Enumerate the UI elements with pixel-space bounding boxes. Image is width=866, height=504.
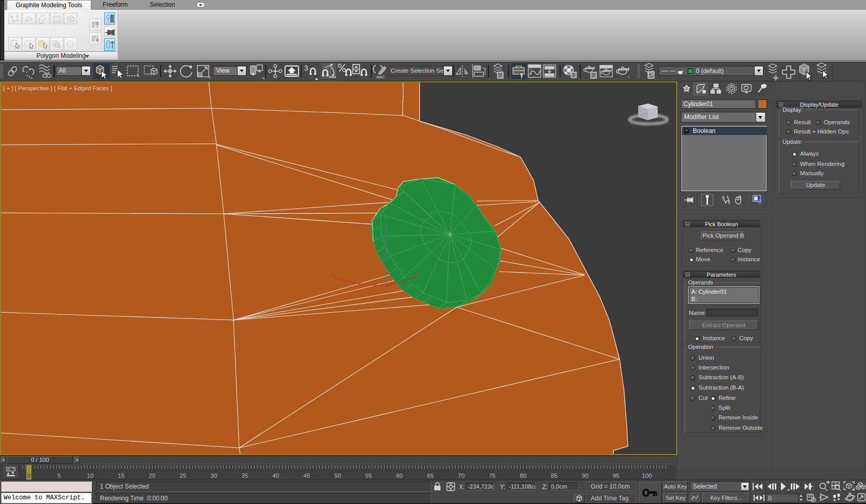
- svg-text:3: 3: [304, 64, 308, 72]
- svg-text:z: z: [385, 214, 387, 220]
- svg-text:LEFT: LEFT: [640, 113, 648, 116]
- svg-text:70: 70: [458, 473, 465, 479]
- svg-text:45: 45: [304, 473, 310, 479]
- svg-text:80: 80: [520, 473, 527, 479]
- svg-text:50: 50: [335, 473, 341, 479]
- svg-text:25: 25: [180, 473, 187, 479]
- svg-text:55: 55: [365, 473, 372, 479]
- svg-text:60: 60: [396, 473, 403, 479]
- svg-text:100: 100: [642, 473, 652, 479]
- svg-text:0: 0: [27, 473, 30, 479]
- svg-text:75: 75: [489, 473, 496, 479]
- svg-text:90: 90: [582, 473, 589, 479]
- svg-text:95: 95: [613, 473, 620, 479]
- svg-text:65: 65: [427, 473, 434, 479]
- svg-text:[ + ] [ Perspective ] [ Flat +: [ + ] [ Perspective ] [ Flat + Edged Fac…: [3, 85, 112, 91]
- svg-text:40: 40: [273, 473, 279, 479]
- svg-text:ABC: ABC: [376, 75, 385, 79]
- svg-text:30: 30: [211, 473, 218, 479]
- svg-text:15: 15: [118, 473, 125, 479]
- svg-text:20: 20: [149, 473, 156, 479]
- svg-text:35: 35: [242, 473, 248, 479]
- svg-text:10: 10: [87, 473, 94, 479]
- svg-text:x: x: [414, 270, 417, 276]
- svg-text:85: 85: [551, 473, 558, 479]
- svg-text:5: 5: [58, 473, 61, 479]
- svg-text:0: 0: [768, 495, 772, 502]
